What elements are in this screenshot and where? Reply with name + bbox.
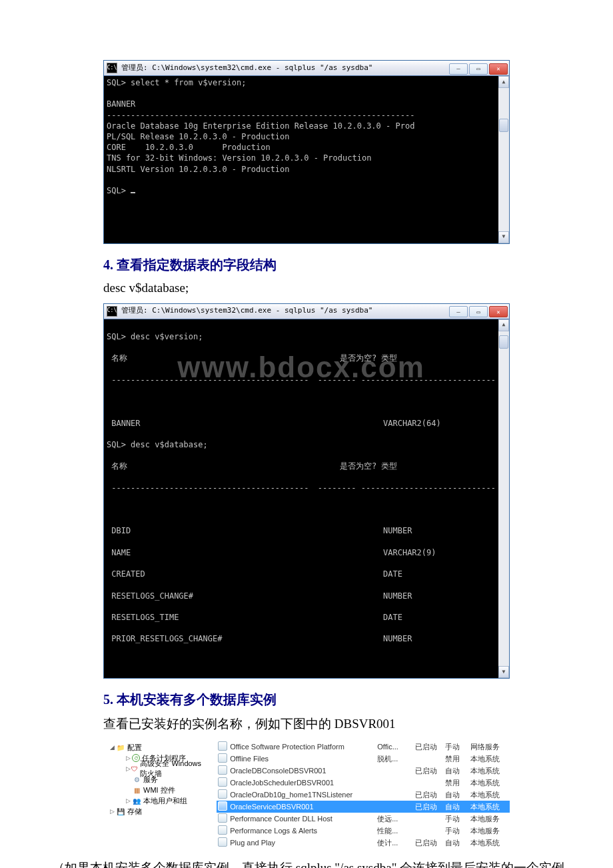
service-gear-icon (218, 741, 227, 751)
service-account: 本地系统 (469, 801, 510, 813)
service-mode: 手动 (444, 813, 470, 825)
service-row[interactable]: Plug and Play使计...已启动自动本地系统 (217, 837, 510, 849)
service-name: Performance Counter DLL Host (229, 813, 376, 825)
tree-root[interactable]: ◢📁配置 (110, 742, 203, 753)
maximize-button[interactable]: ▭ (469, 63, 488, 75)
service-row[interactable]: OracleJobSchedulerDBSVR001禁用本地系统 (217, 777, 510, 789)
service-name: Performance Logs & Alerts (229, 825, 376, 837)
clock-icon: ⏱ (132, 754, 140, 762)
tree-storage[interactable]: ▷💾存储 (110, 806, 203, 817)
services-snapshot: ◢📁配置 ▷⏱任务计划程序 ▷🛡高级安全 Windows 防火墙 ⚙服务 ▦WM… (110, 741, 510, 849)
code-line-4: desc v$database; (103, 281, 510, 295)
service-gear-icon (218, 801, 227, 811)
services-list: Office Software Protection PlatformOffic… (217, 741, 510, 849)
service-account: 本地系统 (469, 837, 510, 849)
service-row[interactable]: Performance Logs & Alerts性能...手动本地服务 (217, 825, 510, 837)
heading-4: 4. 查看指定数据表的字段结构 (103, 256, 510, 274)
service-desc: 使计... (376, 837, 414, 849)
service-desc (376, 789, 414, 801)
minimize-button[interactable]: — (449, 63, 468, 75)
service-status: 已启动 (414, 801, 444, 813)
service-row[interactable]: OracleDBConsoleDBSVR001已启动自动本地系统 (217, 765, 510, 777)
service-mode: 手动 (444, 741, 470, 753)
scroll-down-icon[interactable]: ▼ (498, 666, 509, 678)
disk-icon: 💾 (116, 807, 125, 815)
scroll-down-icon[interactable]: ▼ (498, 231, 509, 243)
service-name: OracleJobSchedulerDBSVR001 (229, 777, 376, 789)
service-mode: 自动 (444, 765, 470, 777)
service-name: Office Software Protection Platform (229, 741, 376, 753)
service-desc: 使远... (376, 813, 414, 825)
service-gear-icon (218, 825, 227, 835)
scroll-thumb[interactable] (499, 335, 508, 349)
service-status: 已启动 (414, 789, 444, 801)
service-account: 网络服务 (469, 741, 510, 753)
service-status (414, 777, 444, 789)
service-mode: 禁用 (444, 777, 470, 789)
scroll-up-icon[interactable]: ▲ (498, 76, 509, 88)
close-button[interactable]: ✕ (489, 63, 508, 75)
cmd-titlebar: C:\ 管理员: C:\Windows\system32\cmd.exe - s… (104, 61, 509, 76)
service-status: 已启动 (414, 741, 444, 753)
service-mode: 自动 (444, 789, 470, 801)
service-desc: 脱机... (376, 753, 414, 765)
paragraph: （如果本机安装多个数据库实例，直接执行 sqlplus "/as sysdba"… (27, 858, 580, 868)
cmd-title: 管理员: C:\Windows\system32\cmd.exe - sqlpl… (121, 63, 449, 73)
tree-item[interactable]: ▷🛡高级安全 Windows 防火墙 (110, 763, 203, 774)
cmd-title: 管理员: C:\Windows\system32\cmd.exe - sqlpl… (121, 306, 449, 316)
scrollbar[interactable]: ▲ ▼ (498, 319, 509, 678)
service-gear-icon (218, 813, 227, 823)
scroll-up-icon[interactable]: ▲ (498, 319, 509, 331)
tree-item[interactable]: ▦WMI 控件 (110, 785, 203, 795)
service-account: 本地系统 (469, 753, 510, 765)
service-desc (376, 765, 414, 777)
service-status (414, 825, 444, 837)
shield-icon: 🛡 (131, 765, 138, 773)
service-desc: Offic... (376, 741, 414, 753)
service-mode: 手动 (444, 825, 470, 837)
cmd-icon: C:\ (107, 306, 117, 317)
service-account: 本地服务 (469, 825, 510, 837)
service-account: 本地服务 (469, 813, 510, 825)
gear-icon: ⚙ (132, 775, 141, 783)
service-account: 本地系统 (469, 765, 510, 777)
service-desc (376, 801, 414, 813)
cmd-titlebar: C:\ 管理员: C:\Windows\system32\cmd.exe - s… (104, 304, 509, 319)
minimize-button[interactable]: — (449, 306, 468, 317)
tree-item[interactable]: ▷👥本地用户和组 (110, 795, 203, 806)
service-desc: 性能... (376, 825, 414, 837)
close-button[interactable]: ✕ (489, 306, 508, 317)
mmc-tree: ◢📁配置 ▷⏱任务计划程序 ▷🛡高级安全 Windows 防火墙 ⚙服务 ▦WM… (110, 741, 203, 849)
service-row[interactable]: Office Software Protection PlatformOffic… (217, 741, 510, 753)
service-account: 本地系统 (469, 777, 510, 789)
scrollbar[interactable]: ▲ ▼ (498, 76, 509, 243)
service-row[interactable]: Performance Counter DLL Host使远...手动本地服务 (217, 813, 510, 825)
service-gear-icon (218, 837, 227, 847)
service-name: Plug and Play (229, 837, 376, 849)
brick-icon: ▦ (132, 786, 141, 794)
service-row[interactable]: OracleOraDb10g_home1TNSListener已启动自动本地系统 (217, 789, 510, 801)
heading-5: 5. 本机安装有多个数据库实例 (103, 691, 510, 709)
service-mode: 自动 (444, 801, 470, 813)
cursor (131, 192, 135, 193)
maximize-button[interactable]: ▭ (469, 306, 488, 317)
service-gear-icon (218, 789, 227, 799)
service-row[interactable]: Offline Files脱机...禁用本地系统 (217, 753, 510, 765)
service-status: 已启动 (414, 765, 444, 777)
cmd-body: SQL> desc v$version; 名称是否为空? 类型 --------… (104, 319, 498, 678)
cmd-body: SQL> select * from v$version; BANNER ---… (104, 76, 498, 243)
service-gear-icon (218, 753, 227, 763)
service-name: OracleDBConsoleDBSVR001 (229, 765, 376, 777)
service-desc (376, 777, 414, 789)
cmd-icon: C:\ (107, 63, 117, 73)
users-icon: 👥 (132, 797, 141, 805)
scroll-thumb[interactable] (499, 119, 508, 132)
service-mode: 自动 (444, 837, 470, 849)
subtitle-5: 查看已安装好的实例名称，例如下图中的 DBSVR001 (103, 715, 510, 733)
service-gear-icon (218, 777, 227, 787)
service-status (414, 813, 444, 825)
service-mode: 禁用 (444, 753, 470, 765)
folder-icon: 📁 (116, 743, 125, 751)
service-row[interactable]: OracleServiceDBSVR001已启动自动本地系统 (217, 801, 510, 813)
cmd-window-1: C:\ 管理员: C:\Windows\system32\cmd.exe - s… (103, 60, 510, 244)
